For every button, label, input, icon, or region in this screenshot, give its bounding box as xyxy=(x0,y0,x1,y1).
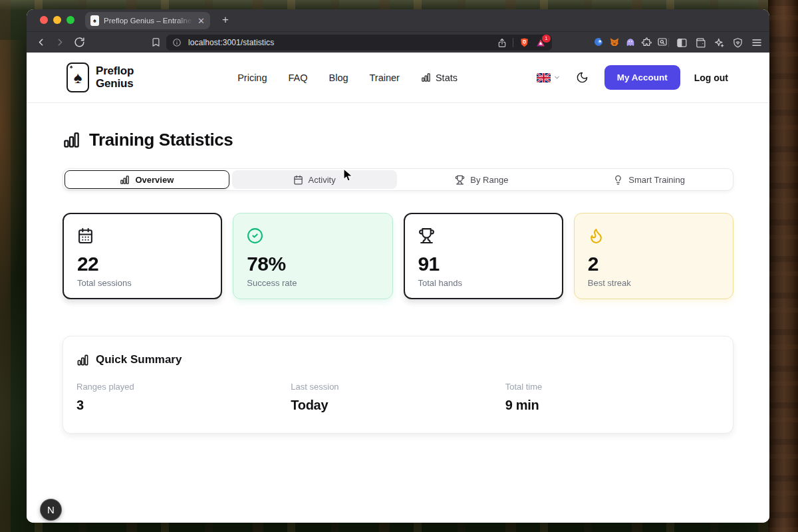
divider xyxy=(513,38,513,47)
vpn-shield-icon[interactable] xyxy=(732,37,743,49)
bookmark-icon[interactable] xyxy=(151,37,161,47)
metamask-extension-icon[interactable] xyxy=(609,37,620,47)
wallpaper-light xyxy=(0,40,27,319)
tab-by-range[interactable]: By Range xyxy=(400,170,565,189)
brave-rewards-icon[interactable]: 1 xyxy=(535,38,546,48)
stat-value: 2 xyxy=(588,253,720,275)
url-text[interactable]: localhost:3001/statistics xyxy=(188,38,274,47)
dark-mode-toggle[interactable] xyxy=(575,70,591,86)
stat-label: Total sessions xyxy=(77,278,207,288)
search-window-extension-icon[interactable] xyxy=(657,37,668,47)
tab-close-icon[interactable]: ✕ xyxy=(198,17,205,25)
bar-chart-icon xyxy=(76,354,89,366)
moon-icon xyxy=(576,71,589,84)
header-actions: My Account Log out xyxy=(537,65,728,90)
page-title: Training Statistics xyxy=(63,130,733,150)
address-bar[interactable]: localhost:3001/statistics 1 xyxy=(166,35,552,51)
bar-chart-icon xyxy=(120,175,130,185)
sidebar-toggle-icon[interactable] xyxy=(676,37,688,49)
stat-value: 91 xyxy=(418,253,549,275)
my-account-button[interactable]: My Account xyxy=(604,65,680,90)
window-controls xyxy=(40,16,74,24)
trophy-icon xyxy=(455,175,465,185)
leo-ai-icon[interactable] xyxy=(714,37,725,49)
tab-activity[interactable]: Activity xyxy=(232,170,397,189)
nav-item-trainer[interactable]: Trainer xyxy=(370,72,400,83)
browser-window: ♠ Preflop Genius – Entraînement ✕ + l xyxy=(27,9,769,523)
language-selector[interactable] xyxy=(537,73,561,82)
forward-button[interactable] xyxy=(55,37,66,48)
close-window-button[interactable] xyxy=(40,16,48,24)
calendar-icon xyxy=(293,175,303,185)
bluesky-extension-icon[interactable] xyxy=(593,37,604,47)
flame-icon xyxy=(588,227,720,244)
stat-card-success-rate: 78% Success rate xyxy=(233,213,392,299)
summary-item-ranges-played: Ranges played 3 xyxy=(76,382,291,413)
statistics-page: Training Statistics Overview Activity By… xyxy=(27,103,769,523)
tab-title: Preflop Genius – Entraînement xyxy=(104,17,193,25)
stat-card-total-sessions: 22 Total sessions xyxy=(63,213,222,299)
chevron-down-icon xyxy=(553,74,561,81)
quick-summary-title: Quick Summary xyxy=(76,353,720,366)
nav-item-stats[interactable]: Stats xyxy=(421,72,458,83)
bar-chart-icon xyxy=(63,131,80,149)
phantom-extension-icon[interactable] xyxy=(625,37,636,47)
reload-button[interactable] xyxy=(74,37,85,48)
stat-label: Best streak xyxy=(588,278,720,288)
stat-card-best-streak: 2 Best streak xyxy=(574,213,733,299)
wallet-icon[interactable] xyxy=(695,37,706,49)
site-info-icon[interactable] xyxy=(172,38,182,47)
spade-card-icon: ♠♠ xyxy=(66,63,89,92)
uk-flag-icon xyxy=(537,73,551,82)
share-icon[interactable] xyxy=(497,38,507,48)
check-circle-icon xyxy=(247,227,378,244)
calendar-days-icon xyxy=(77,227,207,244)
rewards-badge: 1 xyxy=(542,35,551,43)
extensions-puzzle-icon[interactable] xyxy=(641,37,652,47)
summary-item-last-session: Last session Today xyxy=(291,382,505,413)
browser-tabbar: ♠ Preflop Genius – Entraînement ✕ + xyxy=(27,9,769,31)
stat-cards: 22 Total sessions 78% Success rate 91 To… xyxy=(63,213,733,299)
browser-toolbar: localhost:3001/statistics 1 xyxy=(27,31,769,53)
browser-tab[interactable]: ♠ Preflop Genius – Entraînement ✕ xyxy=(85,12,210,29)
nav-item-pricing[interactable]: Pricing xyxy=(237,72,267,83)
menu-hamburger-icon[interactable] xyxy=(751,37,763,49)
stat-value: 78% xyxy=(247,253,378,275)
wallpaper-trunk xyxy=(768,0,798,532)
quick-summary-card: Quick Summary Ranges played 3 Last sessi… xyxy=(63,336,733,434)
lightbulb-icon xyxy=(613,175,623,185)
back-button[interactable] xyxy=(35,37,47,48)
summary-item-total-time: Total time 9 min xyxy=(505,382,720,413)
tab-smart-training[interactable]: Smart Training xyxy=(567,170,732,189)
nav-item-faq[interactable]: FAQ xyxy=(289,72,308,83)
logout-button[interactable]: Log out xyxy=(694,72,728,83)
minimize-window-button[interactable] xyxy=(53,16,61,24)
tab-overview[interactable]: Overview xyxy=(65,170,229,189)
divider xyxy=(668,38,669,47)
trophy-icon xyxy=(418,227,549,244)
stat-label: Total hands xyxy=(418,278,549,288)
stat-value: 22 xyxy=(77,253,207,275)
logo-text: Preflop Genius xyxy=(96,65,134,90)
extension-icons xyxy=(593,37,668,47)
site-logo[interactable]: ♠♠ Preflop Genius xyxy=(66,63,134,92)
browser-controls xyxy=(668,37,763,49)
main-nav: Pricing FAQ Blog Trainer Stats xyxy=(237,72,458,83)
stat-card-total-hands: 91 Total hands xyxy=(404,213,563,299)
stats-tab-strip: Overview Activity By Range Smart Trainin… xyxy=(63,168,733,191)
brave-shield-icon[interactable] xyxy=(519,37,529,48)
maximize-window-button[interactable] xyxy=(66,16,74,24)
site-header: ♠♠ Preflop Genius Pricing FAQ Blog Train… xyxy=(27,53,769,103)
tab-favicon-icon: ♠ xyxy=(90,15,99,26)
quick-summary-grid: Ranges played 3 Last session Today Total… xyxy=(76,382,720,413)
stat-label: Success rate xyxy=(247,278,378,288)
nextjs-dev-badge[interactable]: N xyxy=(40,499,62,521)
new-tab-button[interactable]: + xyxy=(222,13,229,27)
bar-chart-icon xyxy=(421,72,431,82)
nav-item-blog[interactable]: Blog xyxy=(329,72,348,83)
